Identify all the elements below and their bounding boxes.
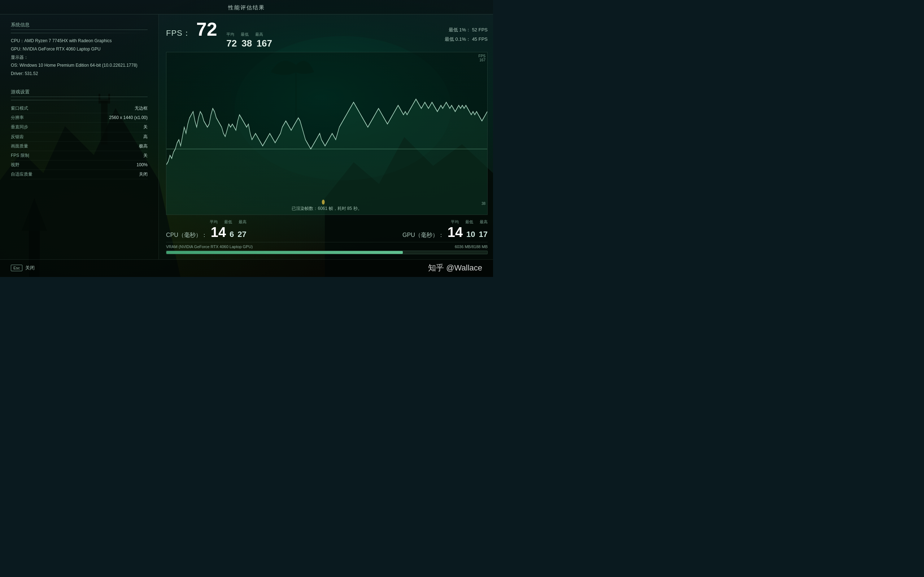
driver-info: Driver: 531.52 xyxy=(11,69,148,78)
fps-avg-value: 72 xyxy=(196,20,217,39)
cpu-label: CPU（毫秒）： xyxy=(166,232,207,239)
chart-min-label: 38 xyxy=(481,201,485,206)
fps-low1-value: 52 FPS xyxy=(472,27,488,32)
vram-header: VRAM (NVIDIA GeForce RTX 4060 Laptop GPU… xyxy=(166,245,488,249)
settings-value: 关 xyxy=(143,122,148,132)
settings-section-title: 游戏设置 xyxy=(11,89,148,97)
close-button[interactable]: Esc 关闭 xyxy=(11,265,35,271)
svg-point-12 xyxy=(322,200,325,205)
vram-bar-fill xyxy=(166,251,403,254)
fps-max-num: 167 xyxy=(257,38,272,49)
settings-label: 分辨率 xyxy=(11,113,24,122)
fps-avg-header: 平均 xyxy=(226,32,234,37)
close-label: 关闭 xyxy=(25,265,35,271)
cpu-max-value: 27 xyxy=(237,230,246,239)
chart-fps-label: FPS 167 xyxy=(478,54,485,62)
cpu-stats-block: 平均 最低 最高 CPU（毫秒）： 14 6 27 xyxy=(166,219,247,239)
gpu-label: GPU（毫秒）： xyxy=(402,232,444,239)
settings-value: 关闭 xyxy=(139,170,148,179)
settings-label: 垂直同步 xyxy=(11,122,28,132)
settings-row: 窗口模式 无边框 xyxy=(11,104,148,113)
right-panel: FPS： 72 平均 最低 最高 72 38 167 xyxy=(159,15,493,259)
gpu-min-value: 10 xyxy=(466,230,475,239)
gpu-max-value: 17 xyxy=(479,230,488,239)
fps-col-headers: 平均 最低 最高 xyxy=(226,32,272,37)
bottom-stats: 平均 最低 最高 CPU（毫秒）： 14 6 27 平均 最低 xyxy=(166,215,488,242)
settings-label: 画面质量 xyxy=(11,142,28,151)
fps-header: FPS： 72 平均 最低 最高 72 38 167 xyxy=(166,18,488,52)
cpu-min-value: 6 xyxy=(229,230,234,239)
esc-key-label: Esc xyxy=(11,265,23,271)
footer-bar: Esc 关闭 知乎 @Wallace xyxy=(0,259,493,277)
display-info: 显示器： xyxy=(11,53,148,62)
cpu-min-header: 最低 xyxy=(224,219,232,225)
fps-min-num: 38 xyxy=(241,38,252,49)
fps-main-stats: FPS： 72 平均 最低 最高 72 38 167 xyxy=(166,20,272,49)
settings-row: 分辨率 2560 x 1440 (x1.00) xyxy=(11,113,148,122)
page-title: 性能评估结果 xyxy=(0,0,493,15)
vram-bar-background xyxy=(166,251,488,254)
left-panel: 系统信息 CPU：AMD Ryzen 7 7745HX with Radeon … xyxy=(0,15,159,259)
vram-label: VRAM (NVIDIA GeForce RTX 4060 Laptop GPU… xyxy=(166,245,253,249)
settings-table: 窗口模式 无边框 分辨率 2560 x 1440 (x1.00) 垂直同步 关 … xyxy=(11,104,148,180)
settings-row: FPS 限制 关 xyxy=(11,151,148,161)
fps-percentile-stats: 最低 1%： 52 FPS 最低 0.1%： 45 FPS xyxy=(445,25,488,44)
settings-label: 反锯齿 xyxy=(11,132,24,141)
settings-label: 窗口模式 xyxy=(11,104,28,113)
vram-section: VRAM (NVIDIA GeForce RTX 4060 Laptop GPU… xyxy=(166,242,488,256)
system-info-section: 系统信息 CPU：AMD Ryzen 7 7745HX with Radeon … xyxy=(11,22,148,78)
settings-divider xyxy=(11,100,148,100)
settings-label: FPS 限制 xyxy=(11,151,29,160)
cpu-avg-value: 14 xyxy=(211,226,226,239)
settings-row: 视野 100% xyxy=(11,161,148,170)
gpu-stats-block: 平均 最低 最高 GPU（毫秒）： 14 10 17 xyxy=(402,219,488,239)
settings-value: 极高 xyxy=(139,142,148,151)
section-divider xyxy=(11,33,148,33)
gpu-min-header: 最低 xyxy=(465,219,473,225)
os-info: OS: Windows 10 Home Premium Edition 64-b… xyxy=(11,61,148,69)
fps-values-row: 72 38 167 xyxy=(226,38,272,49)
fps-low1-line: 最低 1%： 52 FPS xyxy=(445,25,488,35)
settings-value: 2560 x 1440 (x1.00) xyxy=(109,113,148,122)
fps-low1-label: 最低 1%： xyxy=(449,27,471,32)
cpu-max-header: 最高 xyxy=(239,219,247,225)
settings-value: 关 xyxy=(143,151,148,160)
watermark: 知乎 @Wallace xyxy=(428,263,482,273)
settings-value: 高 xyxy=(143,132,148,141)
settings-row: 画面质量 极高 xyxy=(11,142,148,151)
cpu-avg-header: 平均 xyxy=(210,219,218,225)
fps-chart: FPS 167 38 xyxy=(166,52,488,215)
fps-label: FPS： xyxy=(166,28,191,39)
fps-min-header: 最低 xyxy=(241,32,249,37)
gpu-max-header: 最高 xyxy=(480,219,488,225)
game-settings-section: 游戏设置 窗口模式 无边框 分辨率 2560 x 1440 (x1.00) 垂直… xyxy=(11,89,148,180)
settings-label: 视野 xyxy=(11,161,19,169)
gpu-avg-value: 14 xyxy=(447,226,463,239)
settings-row: 反锯齿 高 xyxy=(11,132,148,142)
fps-low01-value: 45 FPS xyxy=(472,36,488,42)
settings-row: 自适应质量 关闭 xyxy=(11,170,148,179)
settings-value: 100% xyxy=(136,161,148,169)
gpu-info: GPU: NVIDIA GeForce RTX 4060 Laptop GPU xyxy=(11,45,148,53)
cpu-info: CPU：AMD Ryzen 7 7745HX with Radeon Graph… xyxy=(11,37,148,45)
cpu-col-headers: 平均 最低 最高 xyxy=(166,219,247,225)
fps-low01-label: 最低 0.1%： xyxy=(445,36,471,42)
settings-label: 自适应质量 xyxy=(11,170,32,179)
vram-usage: 6036 MB/8188 MB xyxy=(455,245,488,249)
render-frames-info: 已渲染帧数：6061 帧，耗时 85 秒。 xyxy=(292,206,362,212)
settings-row: 垂直同步 关 xyxy=(11,122,148,132)
settings-value: 无边框 xyxy=(135,104,148,113)
fps-chart-svg xyxy=(166,52,487,214)
fps-low01-line: 最低 0.1%： 45 FPS xyxy=(445,35,488,44)
gpu-avg-header: 平均 xyxy=(451,219,459,225)
fps-max-header: 最高 xyxy=(255,32,263,37)
fps-avg-num: 72 xyxy=(226,38,237,49)
gpu-col-headers: 平均 最低 最高 xyxy=(402,219,488,225)
system-section-title: 系统信息 xyxy=(11,22,148,30)
